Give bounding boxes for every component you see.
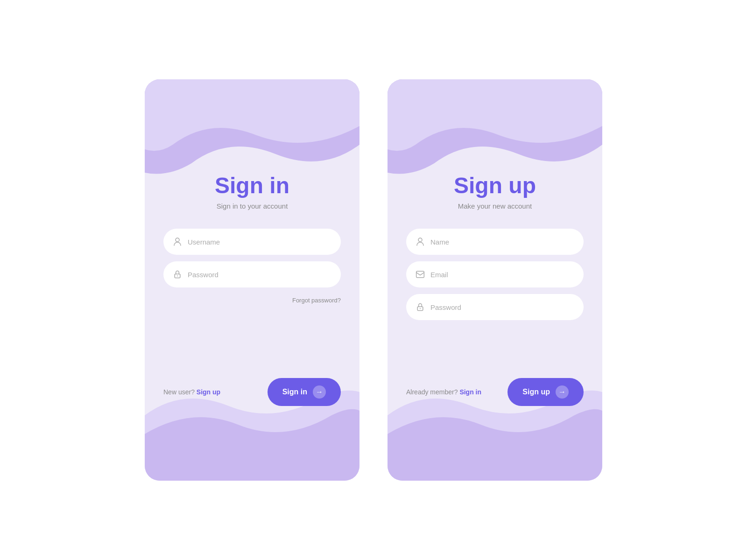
email-icon [416,270,425,279]
signin-form: Forgot password? [163,229,341,304]
signin-content: Sign in Sign in to your account [145,79,359,378]
lock-icon [173,270,182,279]
signup-subtitle: Make your new account [458,202,532,210]
new-user-label: New user? [163,388,195,396]
signin-button[interactable]: Sign in → [268,378,341,406]
signup-content: Sign up Make your new account [388,79,602,378]
already-member-label: Already member? [406,388,458,396]
signup-footer: Already member? Sign in Sign up → [388,378,602,406]
signup-arrow-icon: → [556,385,569,399]
username-input[interactable] [188,238,331,246]
username-input-wrapper [163,229,341,255]
signup-title: Sign up [454,173,536,198]
signup-already-member-text: Already member? Sign in [406,388,481,396]
signup-password-input[interactable] [430,303,574,311]
svg-rect-2 [416,271,424,277]
signin-footer: New user? Sign up Sign in → [145,378,359,406]
signup-form [406,229,584,320]
signup-lock-icon [416,302,425,312]
signin-new-user-text: New user? Sign up [163,388,220,396]
signin-title: Sign in [215,173,289,198]
forgot-password-section: Forgot password? [163,296,341,304]
signin-button-label: Sign in [282,388,307,396]
name-input[interactable] [430,238,574,246]
signin-password-input[interactable] [188,271,331,279]
signin-signup-link[interactable]: Sign up [197,388,220,396]
signup-button-label: Sign up [522,388,550,396]
name-input-wrapper [406,229,584,255]
signup-password-input-wrapper [406,294,584,320]
signin-arrow-icon: → [313,385,326,399]
name-user-icon [416,237,425,246]
signin-password-input-wrapper [163,261,341,287]
email-input-wrapper [406,261,584,287]
user-icon [173,237,182,246]
email-input[interactable] [430,271,574,279]
signup-signin-link[interactable]: Sign in [459,388,481,396]
svg-point-1 [177,275,178,276]
svg-point-4 [420,308,421,309]
forgot-password-link[interactable]: Forgot password? [292,297,341,304]
signup-card: Sign up Make your new account [388,79,602,481]
signin-card: Sign in Sign in to your account [145,79,359,481]
signup-button[interactable]: Sign up → [507,378,584,406]
signin-subtitle: Sign in to your account [217,202,288,210]
